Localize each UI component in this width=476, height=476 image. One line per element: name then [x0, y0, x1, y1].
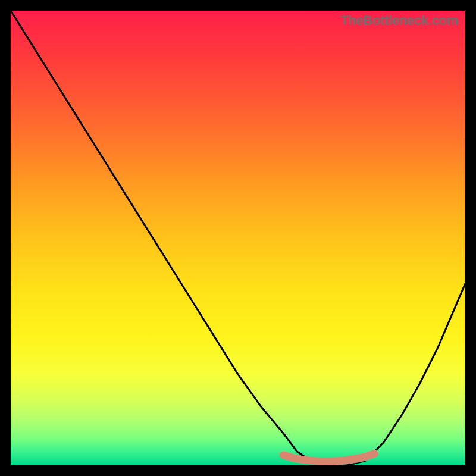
optimal-band [283, 454, 374, 462]
chart-svg [11, 11, 465, 465]
watermark-text: TheBottleneck.com [340, 13, 458, 29]
chart-frame: TheBottleneck.com [0, 0, 476, 476]
bottleneck-curve [11, 11, 465, 465]
plot-area: TheBottleneck.com [11, 11, 465, 465]
